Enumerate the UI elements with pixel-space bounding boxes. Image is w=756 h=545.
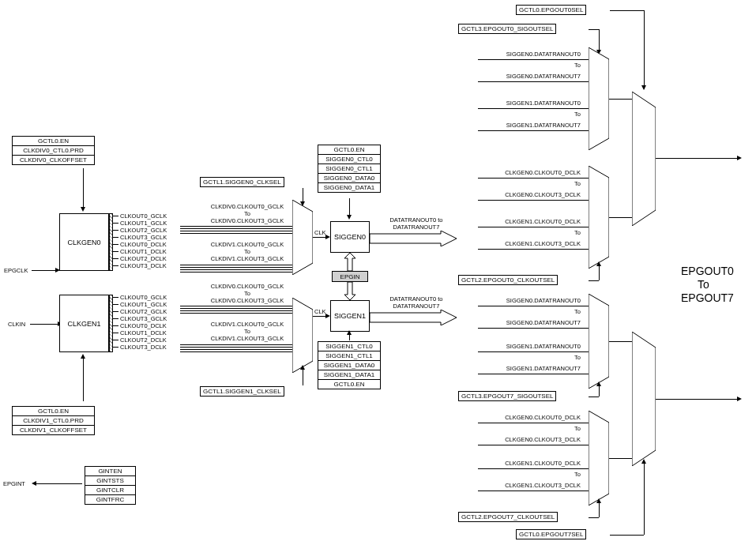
wire (113, 304, 118, 305)
wire (180, 349, 292, 350)
clk-label: CLK (314, 229, 326, 236)
clkout-label: CLKOUT0_GCLK (120, 212, 167, 220)
wire (113, 251, 118, 252)
svg-marker-1 (370, 231, 457, 246)
wire (36, 483, 82, 484)
wire (610, 535, 644, 536)
arrow (641, 85, 646, 90)
epgout-label: EPGOUT7 (681, 291, 734, 304)
wire (180, 310, 292, 311)
epgin-arrow-down (344, 282, 355, 300)
epgout0-sigoutsel-reg: GCTL3.EPGOUT0_SIGOUTSEL (458, 24, 556, 34)
wire (478, 423, 589, 423)
wire (478, 306, 589, 306)
wire (589, 517, 599, 518)
wire (180, 347, 292, 348)
clkout-label: CLKOUT0_GCLK (120, 294, 167, 301)
wire (644, 10, 645, 89)
arrow (596, 382, 601, 386)
arrow (300, 201, 305, 206)
wire (113, 311, 118, 312)
reg: CLKDIV0_CLKOFFSET (12, 156, 95, 165)
wire (599, 502, 600, 517)
reg: CLKDIV1_CTL0.PRD (12, 416, 95, 426)
epgout0sel-reg: GCTL0.EPGOUT0SEL (516, 5, 586, 15)
siggen1-block: SIGGEN1 (330, 300, 370, 332)
epgout0-mux (632, 92, 656, 226)
clkdiv0-regs: GCTL0.EN CLKDIV0_CTL0.PRD CLKDIV0_CLKOFF… (12, 136, 95, 165)
arrow (347, 215, 352, 220)
siggen1-regs: SIGGEN1_CTL0 SIGGEN1_CTL1 SIGGEN1_DATA0 … (318, 341, 381, 389)
mux-in: SIGGEN1.DATATRANOUT7 (466, 122, 581, 129)
mux-in: CLKGEN1.CLKOUT0_DCLK (466, 218, 581, 225)
clkout-label: CLKOUT3_GCLK (120, 315, 167, 322)
wire (609, 99, 632, 100)
arrow (300, 365, 305, 370)
wire (113, 347, 118, 348)
wire (113, 333, 118, 333)
wire (83, 168, 84, 208)
clkin-label: CLKIN (8, 321, 25, 328)
mux-in: CLKDIV0.CLKOUT3_GCLK (204, 217, 291, 224)
wire (303, 368, 303, 385)
reg: GCTL0.EN (318, 380, 381, 389)
siggen0-regs: GCTL0.EN SIGGEN0_CTL0 SIGGEN0_CTL1 SIGGE… (318, 145, 381, 193)
epgout-label: EPGOUT0 (681, 265, 734, 277)
clkout-label: CLKOUT2_GCLK (120, 308, 167, 315)
siggen1-out: DATATRANOUT7 (381, 303, 452, 310)
reg: SIGGEN1_DATA0 (318, 361, 381, 370)
svg-marker-8 (632, 92, 656, 226)
clkout-label: CLKOUT0_DCLK (120, 322, 167, 329)
wire (180, 313, 292, 314)
mux-in: SIGGEN1.DATATRANOUT0 (466, 343, 581, 350)
mux-in: To (204, 210, 291, 217)
epgout0-sigmux (589, 47, 609, 150)
mux-in: CLKDIV1.CLKOUT0_GCLK (204, 241, 291, 248)
wire (609, 341, 632, 342)
wire (478, 445, 589, 445)
wire (113, 318, 118, 319)
mux-in: SIGGEN1.DATATRANOUT0 (466, 100, 581, 107)
epgout-to: To (698, 278, 709, 291)
reg: SIGGEN1_CTL1 (318, 351, 381, 361)
siggen0-clkmux (292, 200, 313, 275)
wire (478, 374, 589, 374)
clkout-label: CLKOUT1_GCLK (120, 220, 167, 227)
wire (589, 280, 599, 281)
wire (599, 265, 600, 280)
clkout-label: CLKOUT2_DCLK (120, 336, 167, 344)
clkgen1-block: CLKGEN1 (59, 295, 109, 352)
clkout-label: CLKOUT2_GCLK (120, 227, 167, 234)
reg: SIGGEN1_CTL0 (318, 341, 381, 351)
wire (478, 351, 589, 352)
wire (644, 462, 645, 535)
wire (656, 399, 739, 400)
mux-in: SIGGEN0.DATATRANOUT0 (466, 297, 581, 304)
siggen1-clkmux (292, 298, 313, 373)
svg-marker-11 (632, 332, 656, 466)
epgout7-mux (632, 332, 656, 466)
wire (113, 325, 118, 326)
mux-in: CLKDIV1.CLKOUT3_GCLK (204, 335, 291, 342)
reg: GINTSTS (85, 476, 136, 486)
mux-in: CLKGEN0.CLKOUT0_DCLK (466, 414, 581, 421)
epgout7-clkmux (589, 411, 609, 506)
mux-in: To (466, 229, 581, 236)
svg-marker-4 (344, 253, 355, 271)
wire (349, 198, 350, 216)
epgout0-clkmux (589, 166, 609, 269)
wire (113, 340, 118, 340)
epgout7sel-reg: GCTL0.EPGOUT7SEL (516, 529, 586, 539)
mux-in: CLKDIV0.CLKOUT0_GCLK (204, 203, 291, 210)
reg: SIGGEN0_DATA0 (318, 174, 381, 183)
clkout-label: CLKOUT0_DCLK (120, 241, 167, 248)
mux-in: To (466, 471, 581, 478)
wire (478, 227, 589, 227)
wire (180, 269, 292, 270)
clkgen0-hatch (109, 213, 113, 271)
mux-in: To (204, 290, 291, 297)
mux-in: SIGGEN0.DATATRANOUT7 (466, 73, 581, 80)
wire (478, 468, 589, 469)
wire (478, 328, 589, 329)
wire (478, 249, 589, 250)
